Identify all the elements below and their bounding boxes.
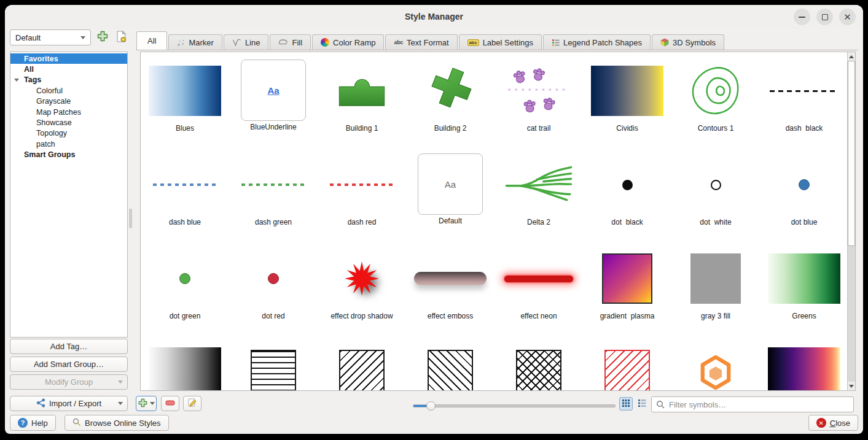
symbol-card-blueunderline[interactable]: AaBlueUnderline xyxy=(229,53,318,147)
close-button[interactable]: ✕ Close xyxy=(808,415,858,431)
browse-online-styles-button[interactable]: Browse Online Styles xyxy=(65,415,169,431)
tab-text-format[interactable]: abc Text Format xyxy=(385,34,457,50)
symbol-card-blues[interactable]: Blues xyxy=(141,53,229,147)
symbol-card-dot-blue[interactable]: dot blue xyxy=(760,147,848,241)
list-view-button[interactable] xyxy=(635,397,649,411)
symbol-card-cat-trail[interactable]: cat trail xyxy=(495,53,583,147)
titlebar[interactable]: Style Manager ✕ xyxy=(5,5,863,29)
scrollbar-thumb[interactable] xyxy=(848,61,855,246)
minimize-button[interactable] xyxy=(794,9,810,25)
symbol-card-dash-red[interactable]: dash red xyxy=(318,147,406,241)
symbol-card-dot-red[interactable]: dot red xyxy=(229,241,318,335)
scroll-up-button[interactable] xyxy=(848,52,855,61)
symbol-card-hatch-forward[interactable] xyxy=(318,335,406,391)
ramp-plasma-preview xyxy=(602,247,652,310)
style-database-value: Default xyxy=(15,33,41,42)
maximize-button[interactable] xyxy=(816,9,833,25)
tree-item-smart-groups[interactable]: Smart Groups xyxy=(10,150,127,160)
add-item-button[interactable] xyxy=(136,396,157,411)
symbol-card-effect-drop-shadow[interactable]: effect drop shadow xyxy=(318,241,406,335)
symbol-card-hatch-red[interactable] xyxy=(583,335,671,391)
dot-blue-preview xyxy=(799,153,810,216)
search-icon xyxy=(72,418,81,428)
symbol-card-dash-black[interactable]: dash black xyxy=(760,53,848,147)
scroll-down-button[interactable] xyxy=(848,382,855,390)
modify-group-button[interactable]: Modify Group xyxy=(10,374,128,390)
symbol-label: Cividis xyxy=(616,124,638,133)
thumbnail-size-slider[interactable] xyxy=(413,404,616,407)
tree-item-colorful[interactable]: Colorful xyxy=(10,85,127,96)
arrow-down-icon xyxy=(849,385,854,388)
tab-all[interactable]: All xyxy=(136,31,167,50)
tree-item-grayscale[interactable]: Grayscale xyxy=(10,96,127,107)
tab-marker[interactable]: Marker xyxy=(168,34,222,50)
style-database-select[interactable]: Default xyxy=(10,29,91,45)
symbol-card-ramp-greys[interactable] xyxy=(141,335,229,391)
tab-fill[interactable]: Fill xyxy=(270,34,311,50)
symbol-label: effect emboss xyxy=(428,312,473,320)
tab-3d-symbols[interactable]: 3D Symbols xyxy=(652,34,724,50)
symbol-card-delta-2[interactable]: Delta 2 xyxy=(495,147,583,241)
symbol-card-effect-emboss[interactable]: effect emboss xyxy=(406,241,495,335)
symbol-card-default[interactable]: AaDefault xyxy=(406,147,495,241)
symbol-label: dot white xyxy=(700,218,731,226)
help-button[interactable]: ? Help xyxy=(10,415,56,431)
ramp-greens-preview xyxy=(768,247,840,310)
symbol-card-building-1[interactable]: Building 1 xyxy=(318,53,406,147)
tree-item-favorites[interactable]: Favorites xyxy=(10,53,127,64)
tree-item-map-patches[interactable]: Map Patches xyxy=(10,107,127,117)
symbol-card-greens[interactable]: Greens xyxy=(760,241,848,335)
splitter-handle[interactable] xyxy=(129,209,132,228)
symbol-card-dot-white[interactable]: dot white xyxy=(671,147,760,241)
symbol-card-gray-3-fill[interactable]: gray 3 fill xyxy=(671,241,760,335)
tab-legend-patch-shapes[interactable]: Legend Patch Shapes xyxy=(543,34,651,50)
vertical-scrollbar[interactable] xyxy=(847,52,855,390)
dash-green-preview xyxy=(241,153,305,216)
tab-color-ramp[interactable]: Color Ramp xyxy=(312,34,384,50)
contours-preview xyxy=(689,60,742,122)
group-tree: FavoritesAllTagsColorfulGrayscaleMap Pat… xyxy=(10,52,128,338)
symbol-card-contours-1[interactable]: Contours 1 xyxy=(671,53,760,147)
tree-item-showcase[interactable]: Showcase xyxy=(10,117,127,128)
hatch-forward-preview xyxy=(339,341,385,391)
new-style-database-button[interactable] xyxy=(114,31,128,44)
symbol-card-hatch-cross[interactable] xyxy=(495,335,583,391)
symbol-card-hexagon-ortho[interactable] xyxy=(671,335,760,391)
tree-item-tags[interactable]: Tags xyxy=(10,75,127,85)
close-window-button[interactable]: ✕ xyxy=(839,9,856,25)
symbol-label: Building 1 xyxy=(346,124,378,133)
edit-item-button[interactable] xyxy=(183,396,201,411)
symbol-label: dash red xyxy=(348,218,377,226)
add-smart-group-button[interactable]: Add Smart Group… xyxy=(10,357,128,372)
expander-icon[interactable] xyxy=(14,79,19,82)
symbol-label: dot black xyxy=(611,218,643,226)
close-icon: ✕ xyxy=(843,12,851,21)
tree-item-topology[interactable]: Topology xyxy=(10,128,127,139)
symbol-card-dash-blue[interactable]: dash blue xyxy=(141,147,229,241)
tree-item-patch[interactable]: patch xyxy=(10,139,127,149)
symbol-card-effect-neon[interactable]: effect neon xyxy=(495,241,583,335)
symbol-card-gradient-plasma[interactable]: gradient plasma xyxy=(583,241,671,335)
symbol-card-dash-green[interactable]: dash green xyxy=(229,147,318,241)
symbol-card-building-2[interactable]: Building 2 xyxy=(406,53,495,147)
legend-patch-icon xyxy=(552,39,560,47)
add-tag-button[interactable]: Add Tag… xyxy=(10,339,128,354)
plus-icon xyxy=(97,31,108,44)
tab-line[interactable]: Line xyxy=(224,34,269,50)
line-icon xyxy=(232,39,241,47)
add-style-database-button[interactable] xyxy=(96,31,109,44)
remove-item-button[interactable] xyxy=(161,396,179,411)
symbol-card-hatch-horizontal[interactable] xyxy=(229,335,318,391)
tab-label-settings[interactable]: abc Label Settings xyxy=(459,34,542,50)
symbol-card-dot-green[interactable]: dot green xyxy=(141,241,229,335)
slider-handle[interactable] xyxy=(426,401,436,411)
symbol-card-cividis[interactable]: Cividis xyxy=(583,53,671,147)
symbol-card-ramp-magma[interactable] xyxy=(760,335,848,391)
symbol-label: Contours 1 xyxy=(698,124,734,133)
icon-view-button[interactable] xyxy=(619,397,633,411)
tree-item-all[interactable]: All xyxy=(10,64,127,74)
import-export-button[interactable]: Import / Export xyxy=(10,396,128,411)
symbol-card-hatch-backward[interactable] xyxy=(406,335,495,391)
filter-symbols-input[interactable] xyxy=(668,397,850,412)
symbol-card-dot-black[interactable]: dot black xyxy=(583,147,671,241)
